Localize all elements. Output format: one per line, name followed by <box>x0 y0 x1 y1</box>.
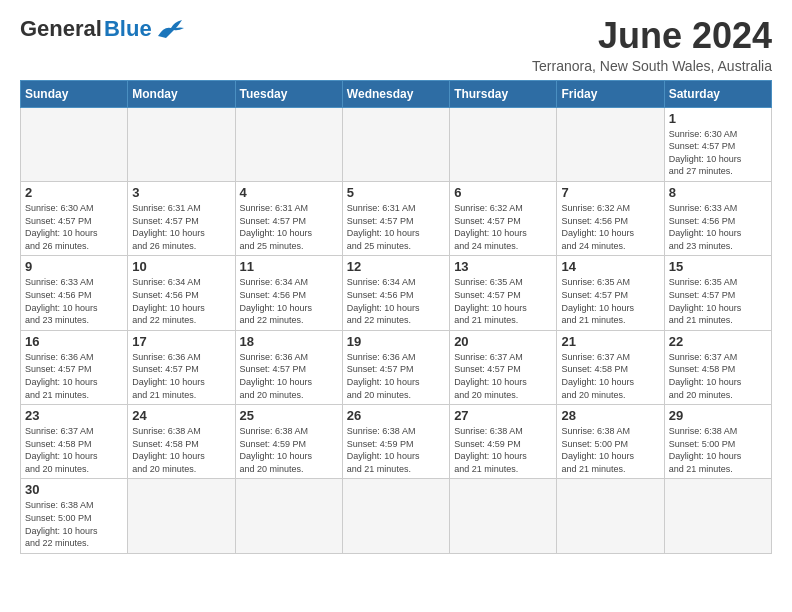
day-info: Sunrise: 6:37 AM Sunset: 4:58 PM Dayligh… <box>25 425 123 475</box>
day-info: Sunrise: 6:36 AM Sunset: 4:57 PM Dayligh… <box>132 351 230 401</box>
logo-bird-icon <box>156 18 186 40</box>
day-number: 6 <box>454 185 552 200</box>
logo: General Blue <box>20 16 186 42</box>
day-info: Sunrise: 6:36 AM Sunset: 4:57 PM Dayligh… <box>240 351 338 401</box>
calendar-cell: 18Sunrise: 6:36 AM Sunset: 4:57 PM Dayli… <box>235 330 342 404</box>
day-info: Sunrise: 6:30 AM Sunset: 4:57 PM Dayligh… <box>25 202 123 252</box>
weekday-header-monday: Monday <box>128 80 235 107</box>
day-number: 11 <box>240 259 338 274</box>
calendar-cell: 22Sunrise: 6:37 AM Sunset: 4:58 PM Dayli… <box>664 330 771 404</box>
calendar-cell: 17Sunrise: 6:36 AM Sunset: 4:57 PM Dayli… <box>128 330 235 404</box>
weekday-header-wednesday: Wednesday <box>342 80 449 107</box>
day-info: Sunrise: 6:30 AM Sunset: 4:57 PM Dayligh… <box>669 128 767 178</box>
weekday-header-thursday: Thursday <box>450 80 557 107</box>
day-info: Sunrise: 6:34 AM Sunset: 4:56 PM Dayligh… <box>347 276 445 326</box>
title-area: June 2024 Terranora, New South Wales, Au… <box>532 16 772 74</box>
calendar-week-row: 23Sunrise: 6:37 AM Sunset: 4:58 PM Dayli… <box>21 405 772 479</box>
day-number: 16 <box>25 334 123 349</box>
calendar-cell <box>21 107 128 181</box>
calendar-cell: 28Sunrise: 6:38 AM Sunset: 5:00 PM Dayli… <box>557 405 664 479</box>
day-info: Sunrise: 6:38 AM Sunset: 4:59 PM Dayligh… <box>240 425 338 475</box>
calendar-cell <box>342 479 449 553</box>
day-info: Sunrise: 6:37 AM Sunset: 4:57 PM Dayligh… <box>454 351 552 401</box>
day-info: Sunrise: 6:36 AM Sunset: 4:57 PM Dayligh… <box>25 351 123 401</box>
calendar-week-row: 9Sunrise: 6:33 AM Sunset: 4:56 PM Daylig… <box>21 256 772 330</box>
calendar-cell: 14Sunrise: 6:35 AM Sunset: 4:57 PM Dayli… <box>557 256 664 330</box>
calendar-cell <box>664 479 771 553</box>
calendar-cell: 7Sunrise: 6:32 AM Sunset: 4:56 PM Daylig… <box>557 181 664 255</box>
calendar-cell: 2Sunrise: 6:30 AM Sunset: 4:57 PM Daylig… <box>21 181 128 255</box>
page-header: General Blue June 2024 Terranora, New So… <box>20 16 772 74</box>
calendar-cell: 30Sunrise: 6:38 AM Sunset: 5:00 PM Dayli… <box>21 479 128 553</box>
day-info: Sunrise: 6:32 AM Sunset: 4:57 PM Dayligh… <box>454 202 552 252</box>
calendar-cell <box>557 107 664 181</box>
calendar-cell: 27Sunrise: 6:38 AM Sunset: 4:59 PM Dayli… <box>450 405 557 479</box>
day-info: Sunrise: 6:31 AM Sunset: 4:57 PM Dayligh… <box>240 202 338 252</box>
calendar-cell: 5Sunrise: 6:31 AM Sunset: 4:57 PM Daylig… <box>342 181 449 255</box>
day-info: Sunrise: 6:35 AM Sunset: 4:57 PM Dayligh… <box>669 276 767 326</box>
day-number: 12 <box>347 259 445 274</box>
calendar-cell: 23Sunrise: 6:37 AM Sunset: 4:58 PM Dayli… <box>21 405 128 479</box>
day-number: 30 <box>25 482 123 497</box>
calendar-cell: 12Sunrise: 6:34 AM Sunset: 4:56 PM Dayli… <box>342 256 449 330</box>
day-info: Sunrise: 6:37 AM Sunset: 4:58 PM Dayligh… <box>669 351 767 401</box>
calendar-cell: 8Sunrise: 6:33 AM Sunset: 4:56 PM Daylig… <box>664 181 771 255</box>
calendar-cell <box>342 107 449 181</box>
day-info: Sunrise: 6:35 AM Sunset: 4:57 PM Dayligh… <box>454 276 552 326</box>
calendar-cell: 20Sunrise: 6:37 AM Sunset: 4:57 PM Dayli… <box>450 330 557 404</box>
logo-blue-text: Blue <box>104 16 152 42</box>
day-number: 4 <box>240 185 338 200</box>
calendar-cell: 24Sunrise: 6:38 AM Sunset: 4:58 PM Dayli… <box>128 405 235 479</box>
day-number: 19 <box>347 334 445 349</box>
day-number: 14 <box>561 259 659 274</box>
day-number: 25 <box>240 408 338 423</box>
day-number: 10 <box>132 259 230 274</box>
calendar-cell: 21Sunrise: 6:37 AM Sunset: 4:58 PM Dayli… <box>557 330 664 404</box>
calendar-cell <box>235 479 342 553</box>
calendar-header-row: SundayMondayTuesdayWednesdayThursdayFrid… <box>21 80 772 107</box>
calendar-cell: 10Sunrise: 6:34 AM Sunset: 4:56 PM Dayli… <box>128 256 235 330</box>
logo-general-text: General <box>20 16 102 42</box>
day-number: 24 <box>132 408 230 423</box>
day-info: Sunrise: 6:38 AM Sunset: 4:59 PM Dayligh… <box>454 425 552 475</box>
weekday-header-saturday: Saturday <box>664 80 771 107</box>
day-info: Sunrise: 6:36 AM Sunset: 4:57 PM Dayligh… <box>347 351 445 401</box>
calendar-cell <box>128 479 235 553</box>
calendar-cell: 6Sunrise: 6:32 AM Sunset: 4:57 PM Daylig… <box>450 181 557 255</box>
calendar-cell: 1Sunrise: 6:30 AM Sunset: 4:57 PM Daylig… <box>664 107 771 181</box>
calendar-cell: 26Sunrise: 6:38 AM Sunset: 4:59 PM Dayli… <box>342 405 449 479</box>
day-number: 18 <box>240 334 338 349</box>
location-title: Terranora, New South Wales, Australia <box>532 58 772 74</box>
calendar-week-row: 1Sunrise: 6:30 AM Sunset: 4:57 PM Daylig… <box>21 107 772 181</box>
day-number: 29 <box>669 408 767 423</box>
calendar-week-row: 30Sunrise: 6:38 AM Sunset: 5:00 PM Dayli… <box>21 479 772 553</box>
day-number: 5 <box>347 185 445 200</box>
day-number: 2 <box>25 185 123 200</box>
weekday-header-friday: Friday <box>557 80 664 107</box>
day-number: 23 <box>25 408 123 423</box>
day-number: 7 <box>561 185 659 200</box>
day-number: 22 <box>669 334 767 349</box>
calendar-cell: 29Sunrise: 6:38 AM Sunset: 5:00 PM Dayli… <box>664 405 771 479</box>
day-info: Sunrise: 6:38 AM Sunset: 5:00 PM Dayligh… <box>561 425 659 475</box>
day-number: 1 <box>669 111 767 126</box>
calendar-cell: 4Sunrise: 6:31 AM Sunset: 4:57 PM Daylig… <box>235 181 342 255</box>
day-number: 17 <box>132 334 230 349</box>
calendar-cell: 3Sunrise: 6:31 AM Sunset: 4:57 PM Daylig… <box>128 181 235 255</box>
calendar-cell: 19Sunrise: 6:36 AM Sunset: 4:57 PM Dayli… <box>342 330 449 404</box>
day-info: Sunrise: 6:37 AM Sunset: 4:58 PM Dayligh… <box>561 351 659 401</box>
day-number: 13 <box>454 259 552 274</box>
day-number: 15 <box>669 259 767 274</box>
calendar-cell: 16Sunrise: 6:36 AM Sunset: 4:57 PM Dayli… <box>21 330 128 404</box>
calendar-table: SundayMondayTuesdayWednesdayThursdayFrid… <box>20 80 772 554</box>
day-number: 9 <box>25 259 123 274</box>
calendar-cell: 15Sunrise: 6:35 AM Sunset: 4:57 PM Dayli… <box>664 256 771 330</box>
day-number: 28 <box>561 408 659 423</box>
day-info: Sunrise: 6:33 AM Sunset: 4:56 PM Dayligh… <box>669 202 767 252</box>
day-number: 27 <box>454 408 552 423</box>
calendar-cell: 9Sunrise: 6:33 AM Sunset: 4:56 PM Daylig… <box>21 256 128 330</box>
calendar-cell: 25Sunrise: 6:38 AM Sunset: 4:59 PM Dayli… <box>235 405 342 479</box>
day-info: Sunrise: 6:31 AM Sunset: 4:57 PM Dayligh… <box>132 202 230 252</box>
day-info: Sunrise: 6:33 AM Sunset: 4:56 PM Dayligh… <box>25 276 123 326</box>
day-info: Sunrise: 6:38 AM Sunset: 5:00 PM Dayligh… <box>25 499 123 549</box>
